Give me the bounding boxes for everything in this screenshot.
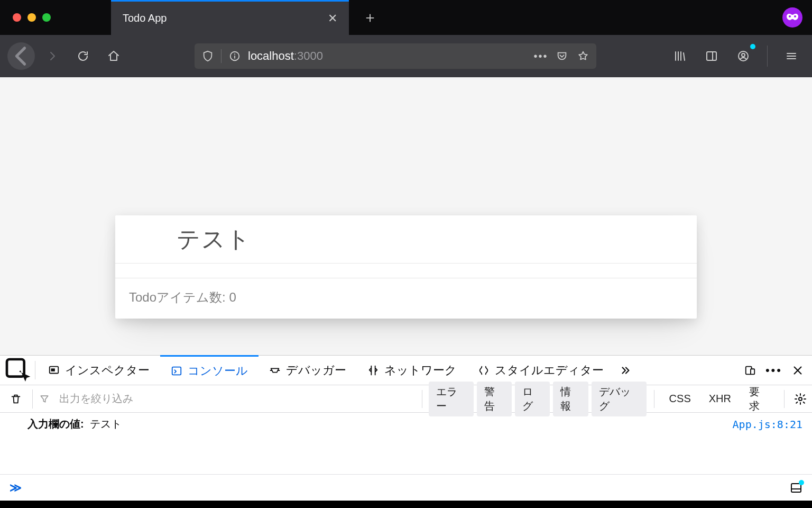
chevron-double-right-icon [620,365,631,376]
devtools-kebab-button[interactable]: ••• [765,364,782,377]
info-icon[interactable] [229,50,241,62]
toggle-error[interactable]: エラー [429,382,474,416]
toolbar-separator [767,46,768,67]
todo-separator [115,264,697,278]
forward-button[interactable] [39,43,66,69]
library-icon [673,50,686,62]
console-filter-input[interactable] [56,393,416,405]
address-bar[interactable]: localhost:3000 ••• [195,43,596,69]
devtools-toolbar-right: ••• [744,356,809,385]
maximize-window-button[interactable] [42,13,51,22]
home-icon [107,50,120,62]
inspector-icon [48,365,60,376]
prompt-caret-icon: ≫ [10,481,22,495]
responsive-icon [744,365,756,376]
console-level-toggles: エラー 警告 ログ 情報 デバッグ CSS XHR 要求 [422,382,807,416]
tab-console[interactable]: コンソール [160,355,259,385]
sidebar-button[interactable] [698,43,725,69]
new-todo-input[interactable] [177,226,678,252]
gear-icon [794,393,807,405]
back-button[interactable] [7,42,35,70]
svg-rect-11 [751,369,754,374]
url-port: :3000 [294,49,323,63]
console-input-row: ≫ [0,474,812,501]
url-text: localhost:3000 [248,49,323,63]
funnel-icon [39,394,50,404]
console-output[interactable]: 入力欄の値: テスト App.js:8:21 [0,413,812,474]
new-tab-button[interactable]: ＋ [363,7,377,28]
bookmark-star-icon[interactable] [577,50,589,62]
devtools-close-button[interactable] [792,365,804,376]
app-menu-button[interactable] [778,43,805,69]
titlebar: Todo App ✕ ＋ [0,0,812,35]
toggle-requests[interactable]: 要求 [742,382,777,416]
hamburger-icon [785,50,798,62]
minimize-window-button[interactable] [27,13,36,22]
window-controls [0,0,63,35]
pocket-icon[interactable] [556,50,568,62]
account-button[interactable] [730,43,756,69]
toggles-divider [422,390,422,408]
home-button[interactable] [100,43,127,69]
log-source-link[interactable]: App.js:8:21 [733,418,802,431]
todo-input-row [115,215,697,264]
tab-inspector-label: インスペクター [65,362,150,378]
library-button[interactable] [667,43,693,69]
todo-footer: Todoアイテム数: 0 [115,278,697,319]
close-window-button[interactable] [13,13,21,22]
style-editor-icon [478,365,490,376]
toggle-info[interactable]: 情報 [553,382,588,416]
split-console-button[interactable] [790,482,802,494]
responsive-design-button[interactable] [744,365,756,376]
svg-rect-9 [172,367,181,375]
reload-icon [77,50,89,62]
todo-card: Todoアイテム数: 0 [115,215,697,319]
clear-console-button[interactable] [5,393,26,405]
element-picker-button[interactable] [3,356,33,385]
tab-strip-background: ＋ [349,0,812,35]
toggle-log[interactable]: ログ [515,382,550,416]
shield-icon[interactable] [202,50,214,62]
console-filter-bar: エラー 警告 ログ 情報 デバッグ CSS XHR 要求 [0,385,812,413]
toggle-xhr[interactable]: XHR [702,389,739,408]
notification-dot-icon [750,44,755,49]
tab-style-editor[interactable]: スタイルエディター [467,356,614,385]
console-prompt-input[interactable] [29,482,782,494]
console-icon [171,365,182,377]
page-viewport: Todoアイテム数: 0 [0,77,812,355]
toggle-css[interactable]: CSS [662,389,698,408]
tab-network[interactable]: ネットワーク [357,356,467,385]
arrow-left-icon [7,42,35,70]
private-browsing-badge[interactable] [782,7,802,28]
close-tab-icon[interactable]: ✕ [328,12,337,25]
devtools-divider [35,361,35,379]
addrbar-divider [221,49,222,63]
network-icon [367,365,379,376]
svg-rect-8 [51,368,55,371]
toggle-warn[interactable]: 警告 [477,382,512,416]
tab-inspector[interactable]: インスペクター [38,356,160,385]
notification-dot-icon [799,480,804,485]
toggle-debug[interactable]: デバッグ [592,382,647,416]
account-icon [737,50,750,62]
tab-overflow-button[interactable] [614,356,636,385]
page-actions-icon[interactable]: ••• [535,50,547,62]
reload-button[interactable] [70,43,96,69]
tab-strip: Todo App ✕ [111,0,349,35]
browser-tab-active[interactable]: Todo App ✕ [111,0,349,35]
svg-rect-3 [707,52,716,60]
tab-debugger[interactable]: デバッガー [259,356,357,385]
console-log-row[interactable]: 入力欄の値: テスト App.js:8:21 [0,413,812,436]
console-settings-button[interactable] [794,393,807,405]
tab-console-label: コンソール [188,363,248,379]
svg-point-1 [234,53,235,55]
sidebar-icon [705,50,718,62]
toggles-divider-3 [784,390,785,408]
devtools-panel: インスペクター コンソール デバッガー ネットワーク スタイルエディター [0,355,812,501]
toggles-divider-2 [654,390,654,408]
filterbar-divider [32,389,33,409]
todo-count-label: Todoアイテム数: 0 [129,290,236,304]
log-value: テスト [90,418,122,430]
svg-rect-2 [234,56,235,59]
addrbar-actions: ••• [535,50,589,62]
